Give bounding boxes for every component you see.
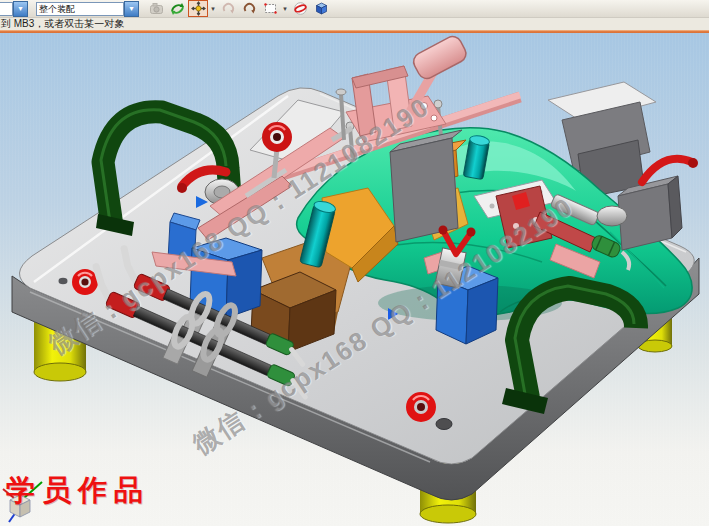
shaded-view-icon[interactable] xyxy=(311,0,331,17)
toolbar-separator xyxy=(29,1,34,16)
chevron-down-icon[interactable]: ▾ xyxy=(209,1,217,16)
rotate-icon[interactable] xyxy=(239,0,259,17)
status-prompt-bar: 到 MB3，或者双击某一对象 xyxy=(0,18,709,30)
four-way-arrow-icon[interactable] xyxy=(188,0,208,17)
selection-scope-value[interactable]: 整个装配 xyxy=(36,2,124,16)
refresh-arrows-icon[interactable] xyxy=(167,0,187,17)
rotate-disabled-icon[interactable] xyxy=(218,0,238,17)
chevron-down-icon[interactable]: ▾ xyxy=(281,1,289,16)
toolbar-separator xyxy=(140,1,145,16)
cad-application-window: ▼ 整个装配 ▼ xyxy=(0,0,709,526)
main-toolbar: ▼ 整个装配 ▼ xyxy=(0,0,709,18)
selection-filter-value[interactable] xyxy=(0,2,13,16)
prompt-text: 到 MB3，或者双击某一对象 xyxy=(1,18,124,29)
chevron-down-icon[interactable]: ▼ xyxy=(13,1,28,17)
rectangle-select-icon[interactable] xyxy=(260,0,280,17)
perspective-icon[interactable] xyxy=(290,0,310,17)
graphics-viewport[interactable]: 微信：gcpx168 QQ：1121082190 微信：gcpx168 QQ：1… xyxy=(0,33,709,526)
selection-filter-combo[interactable]: ▼ xyxy=(1,2,28,16)
fixture-model xyxy=(0,33,709,526)
snapshot-icon[interactable] xyxy=(146,0,166,17)
student-work-caption: 学员作品 xyxy=(6,471,150,511)
chevron-down-icon[interactable]: ▼ xyxy=(124,1,139,17)
selection-scope-combo[interactable]: 整个装配 ▼ xyxy=(36,2,139,16)
